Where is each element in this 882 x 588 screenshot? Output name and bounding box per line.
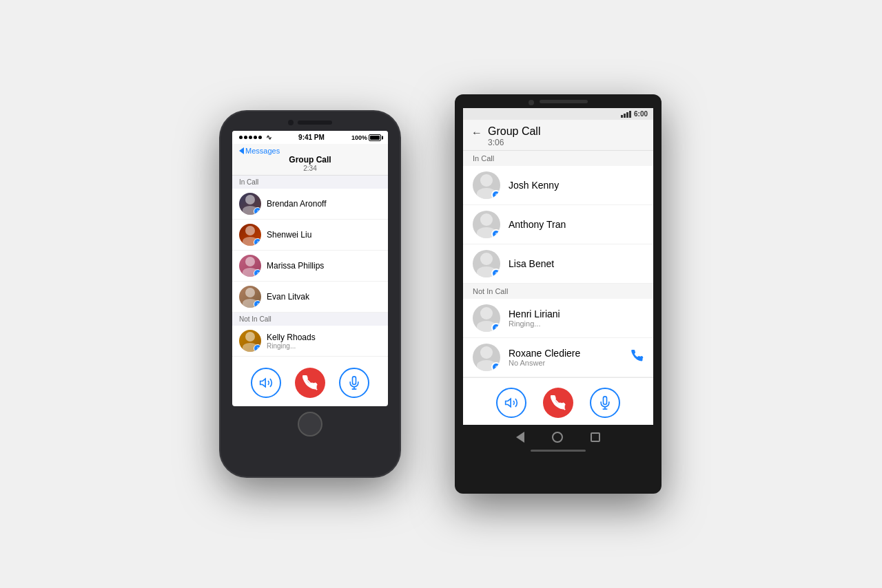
iphone-battery: 100% [351,134,381,141]
contact-name: Brendan Aronoff [267,199,327,209]
avatar-head [245,195,255,204]
battery-percent: 100% [351,134,367,141]
iphone-call-time: 2:34 [303,165,316,172]
contact-status: Ringing... [509,319,644,328]
signal-bar-3 [626,112,628,118]
avatar: f [473,344,500,371]
android-call-time: 3:06 [488,138,645,147]
chevron-left-icon [239,147,244,154]
list-item: fAnthony Tran [463,205,653,244]
messenger-badge: f [254,238,261,246]
iphone-mute-button[interactable] [339,368,369,398]
android-in-call-group: fJosh Kenny fAnthony Tran fLisa Benet [463,166,653,284]
messenger-badge: f [254,269,261,277]
avatar-head [245,288,255,297]
messenger-badge: f [254,300,261,308]
iphone-nav-bar: Messages Group Call 2:34 [232,144,388,176]
contact-name: Marissa Phillips [267,261,324,271]
avatar: f [239,330,261,352]
list-item: fHenri LirianiRinging... [463,299,653,338]
wifi-icon: ∿ [266,134,271,141]
contact-name: Kelly Rhoads [267,333,316,342]
android-device: 6:00 ← Group Call 3:06 In Call fJosh Ken… [455,94,662,494]
avatar-head [480,307,493,319]
iphone-in-call-group: fBrendan Aronoff fShenwei Liu fMarissa P… [232,189,388,313]
iphone-not-in-call-group: fKelly RhoadsRinging... fRussell Andrews… [232,326,388,358]
contact-info: Roxane ClediereNo Answer [509,348,623,367]
contact-status: No Answer [509,359,623,367]
android-recents-nav-icon[interactable] [591,432,600,442]
contact-status: Ringing... [267,342,316,350]
list-item: fMarissa Phillips [232,251,388,282]
android-speaker-bar [540,100,588,103]
signal-bar-1 [621,115,623,118]
messenger-badge: f [491,269,500,277]
list-item: fKelly RhoadsRinging... [232,326,388,357]
android-call-info: Group Call 3:06 [488,125,645,147]
iphone-speaker [298,120,332,125]
android-call-title: Group Call [488,125,645,138]
avatar: f [239,224,261,246]
iphone-in-call-header: In Call [232,176,388,189]
iphone-back-button[interactable]: Messages [239,147,280,155]
iphone-speaker-button[interactable] [251,368,281,398]
iphone-screen: ∿ 9:41 PM 100% Messages Group Call 2:34 … [232,131,388,406]
iphone-time: 9:41 PM [298,134,325,141]
avatar: f [473,304,500,332]
iphone-contact-list: In Call fBrendan Aronoff fShenwei Liu fM… [232,176,388,358]
android-mute-button[interactable] [590,388,620,418]
iphone-camera [288,120,294,125]
messenger-badge: f [491,323,500,332]
iphone-home-button[interactable] [298,412,322,437]
list-item: fEvan Litvak [232,282,388,313]
list-item: fLisa Benet [463,244,653,284]
list-item: fBrendan Aronoff [232,189,388,220]
avatar-head [245,332,255,342]
contact-name: Henri Liriani [509,308,644,319]
android-bottom-bar [531,450,586,452]
contact-name: Anthony Tran [509,219,644,230]
android-nav-bottom [455,425,662,450]
avatar-head [480,213,493,226]
contact-name: Evan Litvak [267,292,309,302]
list-item: fRoxane ClediereNo Answer [463,338,653,377]
iphone-end-call-button[interactable] [295,368,325,398]
android-in-call-header: In Call [463,151,653,166]
avatar: f [239,286,261,308]
dot2 [244,136,247,139]
contact-info: Josh Kenny [509,180,644,191]
android-camera [529,100,534,105]
contact-name: Shenwei Liu [267,230,311,240]
messenger-badge: f [254,207,261,215]
contact-name: Josh Kenny [509,180,644,191]
avatar: f [473,250,500,277]
android-home-nav-icon[interactable] [552,432,563,443]
iphone-call-controls [232,358,388,406]
android-not-in-call-group: fHenri LirianiRinging... fRoxane Cledier… [463,299,653,377]
signal-bars [621,111,631,118]
svg-marker-0 [260,379,266,387]
iphone-status-bar: ∿ 9:41 PM 100% [232,131,388,144]
android-status-bar: 6:00 [463,108,653,120]
android-speaker-button[interactable] [496,388,526,418]
avatar: f [239,255,261,277]
avatar-head [245,226,255,235]
avatar-head [480,174,493,187]
messenger-badge: f [254,344,261,352]
signal-bar-2 [624,114,626,118]
dot5 [258,136,262,139]
contact-info: Henri LirianiRinging... [509,308,644,328]
avatar-head [245,257,255,266]
android-end-call-button[interactable] [543,388,573,418]
dot1 [239,136,243,139]
battery-fill [370,136,380,140]
dot3 [249,136,252,139]
iphone-device: ∿ 9:41 PM 100% Messages Group Call 2:34 … [220,112,400,476]
iphone-call-title: Group Call [289,155,331,165]
list-item: fShenwei Liu [232,220,388,251]
android-back-nav-icon[interactable] [516,432,524,443]
avatar: f [473,171,500,199]
android-back-button[interactable]: ← [471,127,482,139]
contact-info: Anthony Tran [509,219,644,230]
call-back-icon[interactable] [631,350,644,365]
